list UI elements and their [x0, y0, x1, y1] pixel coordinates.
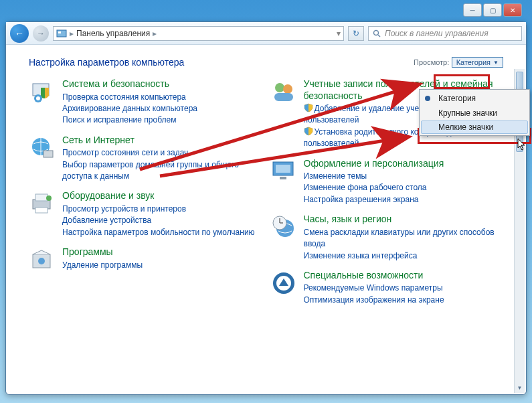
svg-point-15 — [275, 83, 284, 92]
close-button[interactable]: ✕ — [503, 3, 522, 17]
globe-net-icon — [29, 135, 56, 161]
view-label: Просмотр: — [414, 58, 449, 66]
svg-point-14 — [38, 258, 45, 264]
menu-item-category[interactable]: Категория — [421, 91, 528, 106]
svg-rect-8 — [43, 151, 53, 157]
svg-point-12 — [46, 195, 52, 201]
category-title[interactable]: Оформление и персонализация — [304, 158, 504, 170]
category-link[interactable]: Настройка параметров мобильности по умол… — [62, 227, 262, 238]
svg-rect-19 — [276, 165, 290, 173]
svg-line-3 — [378, 35, 380, 37]
refresh-button[interactable]: ↻ — [348, 26, 364, 41]
svg-rect-20 — [280, 177, 286, 179]
printer-icon — [29, 190, 56, 217]
category-link[interactable]: Рекомендуемые Windows параметры — [304, 283, 504, 294]
svg-rect-11 — [35, 208, 48, 213]
view-dropdown[interactable]: Категория ▼ — [452, 57, 503, 68]
view-value: Категория — [456, 58, 491, 66]
breadcrumb-sep: ▸ — [70, 29, 74, 38]
clock-globe-icon — [270, 214, 297, 240]
svg-rect-1 — [58, 31, 61, 33]
category-link[interactable]: Смена раскладки клавиатуры или других сп… — [304, 227, 504, 250]
ease-icon — [270, 270, 297, 297]
category-title[interactable]: Специальные возможности — [304, 270, 504, 282]
back-button[interactable]: ← — [10, 24, 29, 43]
uac-shield-icon — [304, 127, 313, 136]
menu-item-label: Крупные значки — [438, 108, 497, 118]
monitor-icon — [270, 158, 297, 185]
category-title[interactable]: Сеть и Интернет — [62, 135, 262, 147]
view-dropdown-menu: Категория Крупные значки Мелкие значки — [419, 89, 530, 136]
page-title: Настройка параметров компьютера — [29, 57, 184, 68]
search-input[interactable]: Поиск в панели управления — [368, 26, 522, 41]
control-panel-icon — [56, 28, 67, 39]
category-link[interactable]: Архивирование данных компьютера — [62, 103, 262, 114]
category-title[interactable]: Программы — [62, 246, 262, 258]
breadcrumb-label[interactable]: Панель управления — [76, 29, 150, 38]
menu-item-small-icons[interactable]: Мелкие значки — [421, 120, 528, 134]
category-programs: Программы Удаление программы — [29, 246, 262, 273]
category-link[interactable]: Изменение темы — [304, 171, 504, 182]
category-link[interactable]: Просмотр устройств и принтеров — [62, 204, 262, 215]
category-link[interactable]: Поиск и исправление проблем — [62, 114, 262, 126]
forward-button[interactable]: → — [33, 25, 49, 42]
category-appearance: Оформление и персонализация Изменение те… — [270, 158, 504, 206]
box-icon — [29, 246, 56, 273]
titlebar-buttons: ─ ▢ ✕ — [463, 3, 522, 17]
search-icon — [373, 29, 381, 37]
svg-rect-17 — [274, 93, 293, 101]
category-clock-region: Часы, язык и регион Смена раскладки клав… — [270, 214, 504, 262]
category-title[interactable]: Часы, язык и регион — [304, 214, 504, 226]
maximize-button[interactable]: ▢ — [483, 3, 502, 17]
category-system-security: Система и безопасность Проверка состояни… — [29, 78, 262, 127]
selected-bullet-icon — [425, 96, 430, 101]
category-title[interactable]: Оборудование и звук — [62, 190, 262, 202]
svg-point-16 — [283, 84, 292, 94]
nav-bar: ← → ▸ Панель управления ▸ ▾ ↻ Поиск в па… — [6, 22, 526, 45]
category-network: Сеть и Интернет Просмотр состояния сети … — [29, 135, 262, 183]
category-link[interactable]: Оптимизация изображения на экране — [304, 295, 504, 306]
category-link[interactable]: Удаление программы — [62, 260, 262, 271]
svg-rect-10 — [35, 194, 48, 201]
category-link[interactable]: Изменение языка интерфейса — [304, 250, 504, 262]
view-selector: Просмотр: Категория ▼ — [414, 57, 503, 68]
menu-item-large-icons[interactable]: Крупные значки — [421, 106, 528, 120]
people-icon — [270, 78, 297, 105]
category-link[interactable]: Изменение фона рабочего стола — [304, 182, 504, 193]
menu-item-label: Мелкие значки — [438, 123, 493, 132]
uac-shield-icon — [304, 103, 313, 112]
scroll-down-button[interactable]: ▼ — [515, 382, 525, 393]
category-link[interactable]: Выбор параметров домашней группы и общег… — [62, 159, 262, 183]
minimize-button[interactable]: ─ — [463, 3, 482, 17]
chevron-down-icon: ▼ — [493, 60, 499, 66]
address-bar[interactable]: ▸ Панель управления ▸ ▾ — [53, 26, 344, 41]
breadcrumb-sep-after: ▸ — [153, 29, 157, 38]
category-link[interactable]: Настройка разрешения экрана — [304, 194, 504, 206]
shield-monitor-icon — [29, 78, 56, 105]
category-link[interactable]: Просмотр состояния сети и задач — [62, 147, 262, 159]
category-link[interactable]: Добавление устройства — [62, 215, 262, 226]
category-link[interactable]: Проверка состояния компьютера — [62, 92, 262, 103]
svg-point-6 — [36, 96, 40, 100]
category-title[interactable]: Система и безопасность — [62, 78, 262, 90]
menu-item-label: Категория — [438, 94, 476, 103]
svg-point-2 — [374, 30, 379, 35]
search-placeholder: Поиск в панели управления — [385, 29, 489, 38]
control-panel-window: ─ ▢ ✕ ← → ▸ Панель управления ▸ ▾ ↻ Поис… — [5, 21, 527, 395]
category-hardware: Оборудование и звук Просмотр устройств и… — [29, 190, 262, 238]
category-ease-of-access: Специальные возможности Рекомендуемые Wi… — [270, 270, 504, 306]
